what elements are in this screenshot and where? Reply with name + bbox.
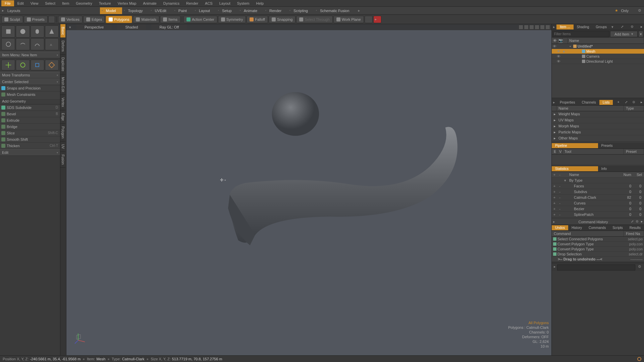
list-row[interactable]: ▸UV Maps: [552, 117, 644, 123]
cube-tool[interactable]: [1, 25, 15, 38]
viewport-raygl[interactable]: Ray GL: Off: [151, 24, 187, 30]
pin-button[interactable]: [48, 16, 55, 23]
tab-add-button[interactable]: +: [355, 9, 362, 13]
cylinder-tool[interactable]: [31, 25, 44, 38]
viewport[interactable]: ▾ Perspective Shaded Ray GL: Off ✢ ▫ All…: [66, 24, 551, 355]
work-plane-button[interactable]: Work Plane: [333, 16, 364, 23]
expand-icon[interactable]: ▾: [568, 45, 573, 48]
tab-pipeline[interactable]: Pipeline: [552, 143, 598, 148]
panel-gear-icon[interactable]: ⚙: [630, 25, 634, 29]
tab-shading[interactable]: Shading: [574, 24, 593, 29]
curve-tool[interactable]: [31, 38, 44, 50]
tab-paint[interactable]: Paint: [172, 7, 193, 14]
tab-animate[interactable]: Animate: [238, 7, 263, 14]
hist-gear-icon[interactable]: ⚙: [635, 220, 639, 224]
center-selected-button[interactable]: Center Selected▾: [0, 78, 60, 85]
menu-edit[interactable]: Edit: [14, 0, 27, 6]
hist-max-icon[interactable]: ⤢: [630, 220, 635, 224]
bridge-tool[interactable]: Bridge: [0, 124, 60, 130]
polygons-button[interactable]: Polygons: [106, 16, 132, 23]
menu-item[interactable]: Item: [59, 0, 72, 6]
zoom-view-icon[interactable]: [529, 25, 534, 29]
sculpt-button[interactable]: Sculpt: [1, 16, 23, 23]
aux1-button[interactable]: [365, 16, 373, 23]
hist-close-icon[interactable]: ▸: [639, 220, 644, 224]
stat-row[interactable]: +-SplinePatch00: [552, 212, 644, 218]
status-indicator-icon[interactable]: [637, 357, 641, 361]
list-row[interactable]: ▸Particle Maps: [552, 129, 644, 135]
tab-render[interactable]: Render: [263, 7, 287, 14]
vtab-uv[interactable]: UV: [60, 141, 65, 152]
cmd-row[interactable]: Convert Polygon Typepoly.con: [552, 247, 644, 252]
layouts-arrow-icon[interactable]: ▸: [0, 8, 6, 13]
tree-row-root[interactable]: 👁 ▾ Untitled*: [552, 44, 644, 49]
list-row[interactable]: ▸Other Maps: [552, 135, 644, 141]
transform-tool[interactable]: [45, 60, 59, 70]
settings-view-icon[interactable]: [540, 25, 545, 29]
materials-button[interactable]: Materials: [133, 16, 159, 23]
tab-commands[interactable]: Commands: [585, 225, 609, 230]
menu-dynamics[interactable]: Dynamics: [160, 0, 183, 6]
rotate-tool[interactable]: [16, 60, 30, 70]
tab-groups[interactable]: Groups: [592, 24, 610, 29]
expand-view-icon[interactable]: [545, 25, 550, 29]
vtab-edge[interactable]: Edge: [60, 110, 65, 124]
scale-tool[interactable]: [31, 60, 44, 70]
drag-undo-row[interactable]: >-- Drag to undo/redo ---<----------: [552, 257, 644, 262]
action-center-button[interactable]: Action Center: [183, 16, 217, 23]
panel-max-icon[interactable]: ⤢: [620, 25, 625, 29]
eye-icon[interactable]: 👁: [556, 49, 561, 53]
tube-tool[interactable]: [16, 38, 30, 50]
falloff-button[interactable]: Falloff: [247, 16, 268, 23]
cmd-arrow-icon[interactable]: ▸: [552, 264, 557, 270]
tab-setup[interactable]: Setup: [216, 7, 238, 14]
menu-geometry[interactable]: Geometry: [72, 0, 95, 6]
text-tool[interactable]: A: [45, 38, 59, 50]
tree-row-mesh[interactable]: 👁● Mesh: [552, 49, 644, 54]
panel-max2-icon[interactable]: ⤢: [624, 100, 629, 105]
tab-scripts[interactable]: Scripts: [609, 225, 626, 230]
more-transforms-header[interactable]: More Transforms▾: [0, 72, 60, 78]
menu-help[interactable]: Help: [253, 0, 267, 6]
thicken-tool[interactable]: ThickenCtrl-T: [0, 143, 60, 149]
panel-gear2-icon[interactable]: ⚙: [632, 100, 636, 105]
move-tool[interactable]: [1, 60, 15, 70]
vtab-vertex[interactable]: Vertex: [60, 95, 65, 110]
menu-acs[interactable]: ACS: [202, 0, 216, 6]
add-item-button[interactable]: Add Item▾: [610, 31, 638, 37]
panel-arrow-icon[interactable]: ▸: [552, 25, 556, 29]
rotate-view-icon[interactable]: [524, 25, 529, 29]
list-row[interactable]: ▸Morph Maps: [552, 123, 644, 129]
stat-row[interactable]: +-Subdivs00: [552, 189, 644, 195]
add-geometry-header[interactable]: Add Geometry: [0, 98, 60, 105]
viewport-perspective[interactable]: Perspective: [76, 24, 112, 30]
menu-texture[interactable]: Texture: [96, 0, 114, 6]
only-toggle[interactable]: Only: [620, 9, 635, 13]
move-view-icon[interactable]: [519, 25, 523, 29]
viewport-menu-icon[interactable]: ▾: [69, 25, 71, 29]
tab-scripting[interactable]: Scripting: [287, 7, 314, 14]
cmd-row[interactable]: Drop Selectionselect.dr: [552, 252, 644, 257]
menu-view[interactable]: View: [27, 0, 42, 6]
add-list-icon[interactable]: +: [616, 100, 621, 105]
gear-icon[interactable]: ⚙: [635, 8, 644, 13]
snaps-tool[interactable]: Snaps and Precision: [0, 85, 60, 92]
menu-select[interactable]: Select: [42, 0, 59, 6]
vtab-basic[interactable]: Basic: [60, 24, 65, 38]
panel-close2-icon[interactable]: ▸: [639, 100, 644, 105]
menu-system[interactable]: System: [234, 0, 253, 6]
stat-row[interactable]: +-Faces00: [552, 183, 644, 189]
slice-tool[interactable]: SliceShift-C: [0, 130, 60, 136]
panel-close-icon[interactable]: ▸: [639, 25, 644, 29]
tab-uvedit[interactable]: UVEdit: [149, 7, 172, 14]
edges-button[interactable]: Edges: [83, 16, 105, 23]
cone-tool[interactable]: [45, 25, 59, 38]
command-input[interactable]: [557, 264, 635, 270]
tab-schematic[interactable]: Schematic Fusion: [314, 7, 355, 14]
presets-button[interactable]: Presets: [24, 16, 48, 23]
vertices-button[interactable]: Vertices: [58, 16, 83, 23]
tab-layout[interactable]: Layout: [193, 7, 216, 14]
render-icon[interactable]: ●: [561, 49, 567, 53]
menu-render[interactable]: Render: [183, 0, 202, 6]
eye-icon[interactable]: 👁: [556, 59, 561, 63]
